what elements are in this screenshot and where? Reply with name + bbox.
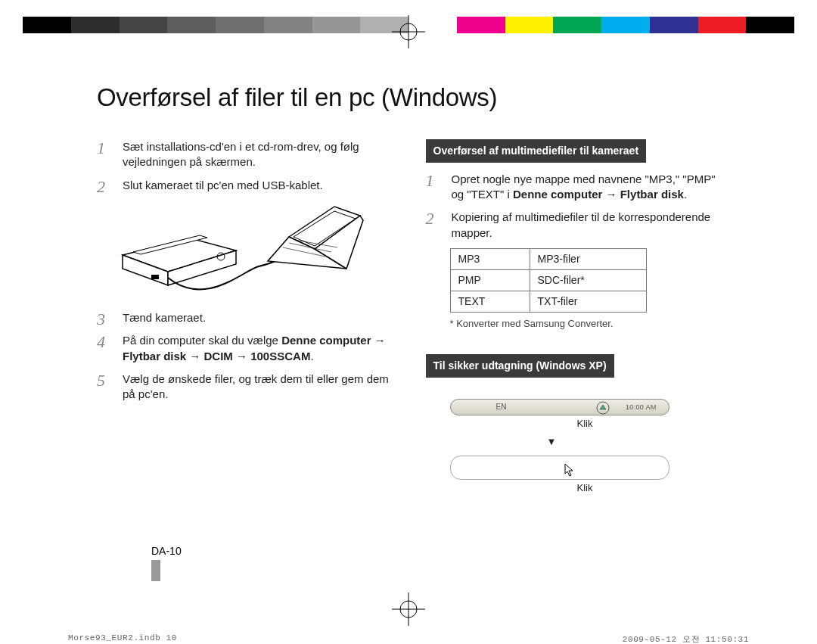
page-title: Overførsel af filer til en pc (Windows) <box>97 83 721 112</box>
step-text: Sæt installations-cd'en i et cd-rom-drev… <box>123 140 359 168</box>
step-4: 4 På din computer skal du vælge Denne co… <box>97 333 393 364</box>
click-label: Klik <box>577 481 722 495</box>
language-indicator: EN <box>496 402 507 412</box>
step-number: 4 <box>97 331 105 353</box>
step-text: Opret nogle nye mappe med navnene "MP3,"… <box>452 173 716 201</box>
step-2: 2 Kopiering af multimediefiler til de ko… <box>426 210 722 241</box>
step-text: Tænd kameraet. <box>123 311 206 324</box>
step-text: Slut kameraet til pc'en med USB-kablet. <box>123 179 323 191</box>
cursor-icon <box>564 463 575 477</box>
table-cell: MP3 <box>450 248 530 269</box>
balloon-tooltip-illustration <box>450 456 669 480</box>
step-number: 5 <box>97 369 105 392</box>
camera-to-laptop-illustration <box>115 202 393 297</box>
print-timestamp: 2009-05-12 오전 11:50:31 <box>623 633 749 644</box>
registration-mark-icon <box>392 15 425 48</box>
table-row: PMP SDC-filer* <box>450 269 646 291</box>
clock: 10:00 AM <box>626 403 656 412</box>
step-5: 5 Vælg de ønskede filer, og træk dem til… <box>97 372 393 403</box>
windows-taskbar-illustration: EN 10:00 AM <box>450 399 669 415</box>
step-1: 1 Opret nogle nye mappe med navnene "MP3… <box>426 172 722 203</box>
left-column: 1 Sæt installations-cd'en i et cd-rom-dr… <box>97 139 393 495</box>
table-cell: SDC-filer* <box>530 269 646 291</box>
table-footnote: * Konverter med Samsung Converter. <box>450 317 722 331</box>
arrow-down-icon: ▼ <box>547 435 722 449</box>
safe-remove-icon <box>596 401 610 415</box>
section-heading: Til sikker udtagning (Windows XP) <box>426 354 614 378</box>
file-type-table: MP3 MP3-filer PMP SDC-filer* TEXT TXT-fi… <box>450 248 647 313</box>
step-number: 2 <box>97 176 105 198</box>
step-text: På din computer skal du vælge Denne comp… <box>123 334 386 362</box>
step-1: 1 Sæt installations-cd'en i et cd-rom-dr… <box>97 139 393 170</box>
right-column: Overførsel af multimediefiler til kamera… <box>426 139 722 495</box>
page-number-bar-icon <box>151 560 160 581</box>
print-file-name: Morse93_EUR2.indb 10 <box>68 633 177 642</box>
svg-rect-8 <box>151 275 159 279</box>
step-text: Vælg de ønskede filer, og træk dem til e… <box>123 372 389 400</box>
table-cell: TEXT <box>450 291 530 312</box>
step-number: 3 <box>97 308 105 331</box>
step-number: 1 <box>97 137 105 160</box>
section-heading: Overførsel af multimediefiler til kamera… <box>426 139 647 163</box>
table-row: TEXT TXT-filer <box>450 291 646 312</box>
step-number: 1 <box>426 170 434 192</box>
registration-mark-icon <box>392 593 425 626</box>
step-number: 2 <box>426 207 434 230</box>
click-label: Klik <box>577 417 722 431</box>
table-row: MP3 MP3-filer <box>450 248 646 269</box>
table-cell: MP3-filer <box>530 248 646 269</box>
step-text: Kopiering af multimediefiler til de korr… <box>452 210 711 238</box>
step-3: 3 Tænd kameraet. <box>97 310 393 325</box>
step-2: 2 Slut kameraet til pc'en med USB-kablet… <box>97 178 393 193</box>
table-cell: PMP <box>450 269 530 291</box>
table-cell: TXT-filer <box>530 291 646 312</box>
page-number: DA-10 <box>151 545 182 581</box>
